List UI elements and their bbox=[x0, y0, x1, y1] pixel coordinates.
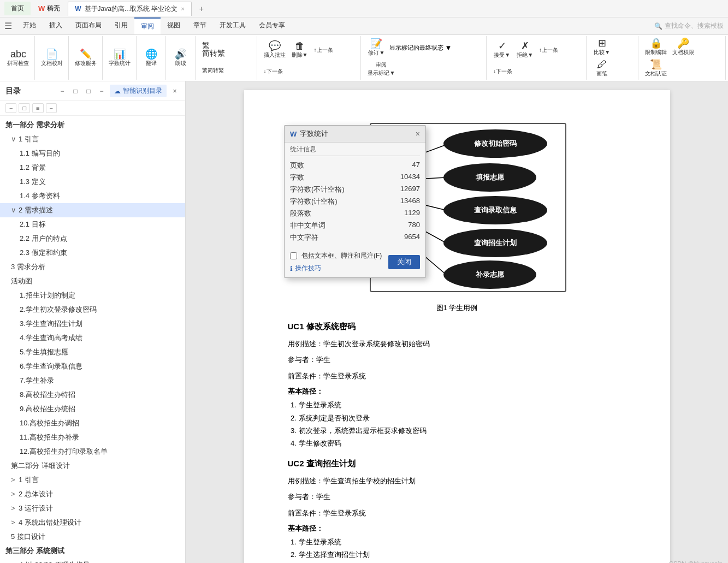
simple-trad-button[interactable]: 繁简转繁 bbox=[200, 65, 226, 75]
toc-item[interactable]: 第一部分 需求分析 bbox=[0, 118, 185, 132]
toc-item[interactable]: 5 接口设计 bbox=[0, 530, 185, 544]
doccheck-button[interactable]: 📄 文档校对 bbox=[39, 48, 65, 68]
tab-layout[interactable]: 页面布局 bbox=[69, 17, 108, 34]
toc-item[interactable]: 1.2 背景 bbox=[0, 161, 185, 175]
doc-tab-title: 基于Java的高...取系统 毕业论文 bbox=[85, 4, 178, 14]
toc-item[interactable]: 2.3 假定和约束 bbox=[0, 246, 185, 260]
read-icon: 🔊 bbox=[175, 49, 187, 59]
toc-item[interactable]: 2.1 目标 bbox=[0, 217, 185, 232]
toc-item[interactable]: 5.学生填报志愿 bbox=[0, 345, 185, 359]
toc-item-active[interactable]: ∨2 需求描述 bbox=[0, 203, 185, 217]
sidebar-close-btn[interactable]: − bbox=[97, 86, 106, 96]
spellcheck-button[interactable]: abc 拼写检查 bbox=[5, 48, 31, 68]
sidebar-x-btn[interactable]: × bbox=[170, 86, 180, 96]
toc-item[interactable]: 11.高校招生办补录 bbox=[0, 430, 185, 445]
modal-close-button[interactable]: 关闭 bbox=[388, 255, 420, 269]
stat-row-chars-nospace: 字符数(不计空格) 12697 bbox=[290, 183, 420, 195]
display-mode-selector[interactable]: 显示标记的最终状态 ▼ bbox=[388, 43, 453, 53]
tab-review[interactable]: 审阅 bbox=[134, 17, 161, 34]
tab-chapter[interactable]: 章节 bbox=[187, 17, 213, 34]
stat-row-zh-chars: 中文字符 9654 bbox=[290, 232, 420, 244]
toc-item[interactable]: 活动图 bbox=[0, 274, 185, 288]
toc-item[interactable]: >4 系统出错处理设计 bbox=[0, 515, 185, 530]
toc-item[interactable]: 6.学生查询录取信息 bbox=[0, 359, 185, 374]
toc-item[interactable]: 2.学生初次登录修改密码 bbox=[0, 303, 185, 317]
toc-item[interactable]: 10.高校招生办调招 bbox=[0, 416, 185, 430]
trad-simple-button[interactable]: 繁简转繁 bbox=[200, 40, 227, 58]
sidebar: 目录 − □ □ − ☁ 智能识别目录 × − □ ≡ − 第一部分 需求分析 … bbox=[0, 81, 186, 563]
accept-button[interactable]: ✓ 接受▼ bbox=[491, 40, 513, 60]
tips-link[interactable]: ℹ 操作技巧 bbox=[290, 264, 382, 273]
brush-button[interactable]: 🖊 画笔 bbox=[591, 58, 613, 79]
smart-toc-button[interactable]: ☁ 智能识别目录 bbox=[110, 85, 167, 97]
toc-item[interactable]: 1.以 80/20 原理为指导 bbox=[0, 558, 185, 563]
include-textbox-checkbox[interactable]: 包括文本框、脚注和尾注(F) bbox=[290, 251, 382, 260]
toc-item[interactable]: 1.4 参考资料 bbox=[0, 189, 185, 203]
main-layout: 目录 − □ □ − ☁ 智能识别目录 × − □ ≡ − 第一部分 需求分析 … bbox=[0, 81, 728, 563]
doc-rights-button[interactable]: 🔑 文档权限 bbox=[670, 37, 696, 57]
toc-item[interactable]: 12.高校招生办打印录取名单 bbox=[0, 445, 185, 459]
toc-item[interactable]: 1.招生计划的制定 bbox=[0, 288, 185, 303]
toc-item[interactable]: >3 运行设计 bbox=[0, 501, 185, 515]
toc-item[interactable]: 4.学生查询高考成绩 bbox=[0, 331, 185, 345]
ribbon-group-doccheck: 📄 文档校对 bbox=[36, 36, 69, 80]
toc-item[interactable]: >2 总体设计 bbox=[0, 487, 185, 501]
menu-icon[interactable]: ☰ bbox=[4, 21, 12, 31]
toc-item[interactable]: 第二部分 详细设计 bbox=[0, 459, 185, 473]
textbox-checkbox-input[interactable] bbox=[290, 252, 297, 259]
comment-icon: 💬 bbox=[269, 41, 281, 51]
compare-button[interactable]: ⊞ 比较▼ bbox=[591, 37, 613, 57]
tab-insert[interactable]: 插入 bbox=[43, 17, 69, 34]
toc-item[interactable]: 1.1 编写目的 bbox=[0, 146, 185, 161]
wordcount-icon: 📊 bbox=[114, 49, 126, 59]
toc-item[interactable]: 1.3 定义 bbox=[0, 175, 185, 189]
prev-change-button[interactable]: ↑上一条 bbox=[537, 45, 560, 55]
toc-expand-btn[interactable]: □ bbox=[19, 103, 30, 113]
next-comment-button[interactable]: ↓下一条 bbox=[262, 66, 285, 76]
ribbon-group-read: 🔊 朗读 bbox=[167, 36, 196, 80]
toc-item[interactable]: 3.学生查询招生计划 bbox=[0, 317, 185, 331]
track-button[interactable]: 📝 修订▼ bbox=[365, 38, 387, 58]
read-button[interactable]: 🔊 朗读 bbox=[170, 48, 192, 68]
toc-item[interactable]: 3 需求分析 bbox=[0, 260, 185, 274]
next-change-button[interactable]: ↓下一条 bbox=[491, 66, 514, 76]
add-tab-button[interactable]: + bbox=[195, 2, 208, 15]
ribbon-toolbar: abc 拼写检查 📄 文档校对 ✏️ 修改服务 bbox=[0, 35, 728, 81]
prev-comment-button[interactable]: ↑上一条 bbox=[312, 45, 335, 55]
translate-button[interactable]: 🌐 翻译 bbox=[140, 48, 162, 68]
modal-section-title: 统计信息 bbox=[290, 145, 420, 156]
tab-member[interactable]: 会员专享 bbox=[252, 17, 292, 34]
toc-item[interactable]: >1 引言 bbox=[0, 473, 185, 487]
tab-home[interactable]: 开始 bbox=[16, 17, 43, 34]
toc-menu-btn[interactable]: − bbox=[46, 103, 57, 113]
sidebar-expand-btn[interactable]: □ bbox=[70, 86, 80, 96]
modal-close-x-button[interactable]: × bbox=[416, 129, 420, 138]
wordcount-button[interactable]: 📊 字数统计 bbox=[106, 48, 133, 68]
modal-stats-section: 统计信息 页数 47 字数 10434 字符数(不计空格) 12697 字符数 bbox=[285, 143, 425, 247]
show-markup-button[interactable]: 审阅 显示标记▼ bbox=[365, 60, 397, 78]
home-tab[interactable]: 首页 bbox=[4, 2, 31, 15]
toc-item[interactable]: 9.高校招生办统招 bbox=[0, 402, 185, 416]
tab-close-button[interactable]: × bbox=[181, 5, 184, 12]
sidebar-restore-btn[interactable]: □ bbox=[84, 86, 93, 96]
tab-view[interactable]: 视图 bbox=[161, 17, 187, 34]
revise-button[interactable]: ✏️ 修改服务 bbox=[73, 48, 99, 68]
restrict-edit-button[interactable]: 🔒 限制编辑 bbox=[643, 37, 669, 57]
delete-comment-button[interactable]: 🗑 删除▼ bbox=[289, 40, 311, 60]
insert-comment-button[interactable]: 💬 插入批注 bbox=[262, 40, 288, 60]
toc-collapse-all-btn[interactable]: − bbox=[5, 103, 16, 113]
toc-item[interactable]: 第三部分 系统测试 bbox=[0, 544, 185, 558]
ribbon-group-spellcheck: abc 拼写检查 bbox=[2, 36, 35, 80]
doc-cert-button[interactable]: 📜 文档认证 bbox=[643, 58, 669, 79]
doc-tab[interactable]: W 基于Java的高...取系统 毕业论文 × bbox=[68, 2, 191, 16]
reject-button[interactable]: ✗ 拒绝▼ bbox=[514, 40, 536, 60]
toc-list-btn[interactable]: ≡ bbox=[32, 103, 43, 113]
tab-developer[interactable]: 开发工具 bbox=[213, 17, 252, 34]
doccheck-icon: 📄 bbox=[46, 49, 58, 59]
sidebar-minus-btn[interactable]: − bbox=[57, 86, 67, 96]
toc-item[interactable]: 2.2 用户的特点 bbox=[0, 232, 185, 246]
toc-item[interactable]: 7.学生补录 bbox=[0, 374, 185, 388]
toc-item[interactable]: ∨1 引言 bbox=[0, 132, 185, 146]
tab-reference[interactable]: 引用 bbox=[108, 17, 134, 34]
toc-item[interactable]: 8.高校招生办特招 bbox=[0, 388, 185, 402]
